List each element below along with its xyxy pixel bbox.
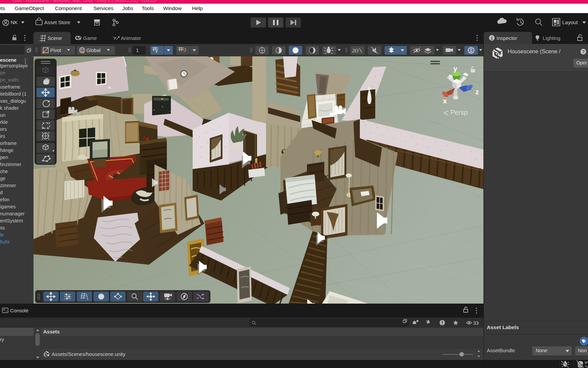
svg-text:Global: Global <box>86 48 101 53</box>
svg-text:y: y <box>453 65 457 72</box>
svg-text:NK: NK <box>11 19 18 25</box>
svg-text:2D: 2D <box>352 48 358 53</box>
svg-text:Persp: Persp <box>450 109 468 116</box>
svg-text:z: z <box>475 88 479 96</box>
svg-text:Y: Y <box>155 50 158 54</box>
svg-text:Lighting: Lighting <box>543 35 561 41</box>
svg-text:Console: Console <box>10 308 28 313</box>
svg-text:x: x <box>443 97 447 105</box>
svg-text:Pivot: Pivot <box>50 48 61 53</box>
svg-text:?: ? <box>582 49 585 54</box>
svg-text:1: 1 <box>136 48 139 53</box>
svg-text:Animator: Animator <box>121 35 141 41</box>
svg-text:Layout: Layout <box>562 19 578 25</box>
svg-text:Game: Game <box>83 35 97 41</box>
svg-text:Asset Store: Asset Store <box>44 19 70 25</box>
svg-text:Inspector: Inspector <box>497 35 517 41</box>
svg-text:Scene: Scene <box>48 35 62 41</box>
svg-text:33: 33 <box>473 320 479 326</box>
